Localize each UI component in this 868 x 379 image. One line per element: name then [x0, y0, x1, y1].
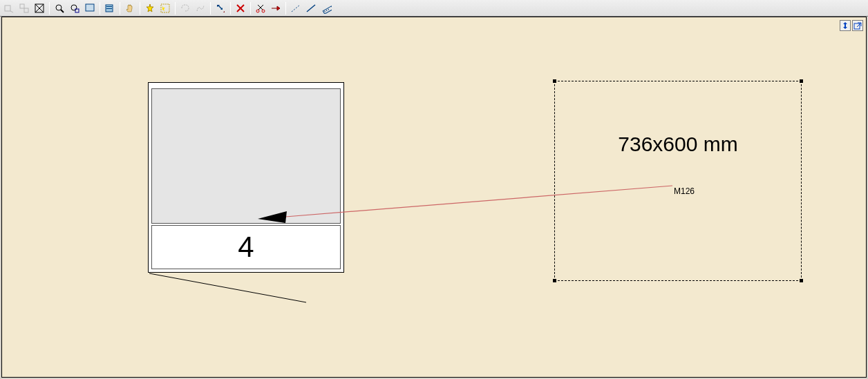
zoom-extents-button[interactable]: [67, 1, 82, 15]
panel-shape[interactable]: 4: [148, 82, 344, 273]
toolbar-separator: [230, 2, 231, 14]
zoom-selected-button[interactable]: [82, 1, 97, 15]
svg-line-27: [328, 8, 329, 10]
svg-line-8: [61, 10, 64, 12]
toolbar-separator: [100, 2, 100, 14]
svg-rect-24: [323, 6, 332, 13]
svg-line-1: [10, 11, 13, 12]
toolbar-separator: [285, 2, 286, 14]
toolbar-separator: [49, 2, 50, 14]
zoom-out-button[interactable]: [17, 1, 32, 15]
drawing-canvas[interactable]: 4 736x600 mm M126: [1, 17, 867, 378]
zoom-in-tool-button[interactable]: [52, 1, 67, 15]
svg-line-22: [292, 5, 300, 12]
svg-point-9: [71, 5, 77, 10]
move-arrow-button[interactable]: [213, 1, 228, 15]
toolbar-separator: [120, 2, 120, 14]
svg-line-26: [326, 10, 327, 11]
delete-button[interactable]: [233, 1, 248, 15]
svg-rect-11: [86, 4, 94, 11]
svg-rect-0: [5, 6, 10, 11]
main-toolbar: [0, 0, 868, 17]
svg-line-21: [258, 5, 263, 10]
marker-label: M126: [674, 186, 695, 196]
svg-rect-14: [106, 8, 112, 9]
svg-rect-15: [161, 4, 169, 12]
toolbar-separator: [140, 2, 140, 14]
zoom-window-button[interactable]: [1, 1, 17, 15]
panel-number-label: 4: [238, 231, 254, 264]
toolbar-separator: [210, 2, 211, 14]
svg-point-19: [262, 10, 265, 12]
selection-handle[interactable]: [800, 279, 803, 282]
external-link-button[interactable]: [852, 20, 863, 31]
pan-button[interactable]: [122, 1, 138, 15]
select-area-button[interactable]: [158, 1, 173, 15]
svg-line-23: [307, 5, 315, 12]
svg-rect-2: [20, 4, 24, 8]
selection-handle[interactable]: [553, 79, 556, 83]
svg-line-31: [149, 273, 306, 302]
line-dash-button[interactable]: [288, 1, 303, 15]
dimension-box[interactable]: 736x600 mm M126: [554, 81, 802, 281]
selection-handle[interactable]: [800, 79, 803, 83]
canvas-corner-buttons: [840, 20, 863, 31]
toolbar-separator: [250, 2, 251, 14]
dimension-label: 736x600 mm: [555, 133, 801, 156]
line-solid-button[interactable]: [303, 1, 319, 15]
freehand-button[interactable]: [193, 1, 208, 15]
lasso-button[interactable]: [178, 1, 193, 15]
zoom-fit-button[interactable]: [32, 1, 47, 15]
toolbar-separator: [175, 2, 176, 14]
panel-shape-body: [151, 88, 341, 224]
new-star-button[interactable]: [142, 1, 158, 15]
svg-point-18: [256, 10, 259, 12]
svg-rect-13: [106, 6, 112, 7]
svg-line-20: [258, 5, 263, 10]
resize-vertical-button[interactable]: [840, 20, 851, 31]
arrow-right-red-button[interactable]: [268, 1, 283, 15]
measure-button[interactable]: [319, 1, 334, 15]
svg-rect-28: [854, 23, 860, 29]
svg-rect-3: [24, 8, 28, 12]
cut-button[interactable]: [253, 1, 268, 15]
properties-button[interactable]: [102, 1, 117, 15]
svg-line-25: [325, 10, 326, 12]
svg-point-7: [56, 5, 62, 10]
selection-handle[interactable]: [553, 279, 556, 282]
panel-shape-footer: 4: [151, 225, 341, 269]
